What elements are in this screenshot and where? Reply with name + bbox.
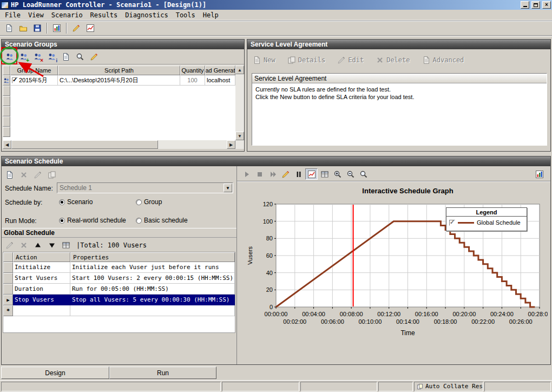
maximize-button[interactable]	[531, 1, 540, 9]
horizontal-scrollbar[interactable]: ◀ ▶	[3, 140, 235, 149]
group-row[interactable]: 2015年5月 C:\...\Desktop\2015年5月20日 100 lo…	[3, 75, 235, 86]
vusers-button[interactable]	[3, 50, 16, 63]
minimize-button[interactable]	[521, 1, 529, 9]
legend-entry[interactable]: Global Schedule	[446, 217, 527, 226]
run-mode-basic-radio[interactable]	[136, 218, 142, 224]
run-mode-realworld-option[interactable]: Real-world schedule	[59, 217, 126, 224]
row-selector[interactable]	[3, 86, 10, 96]
column-header-script-path[interactable]: Script Path	[58, 66, 180, 75]
legend-series-checkbox[interactable]	[449, 220, 455, 226]
graph-view-button[interactable]	[305, 168, 318, 180]
close-button[interactable]: ×	[542, 1, 551, 9]
scrollbar-track[interactable]	[235, 74, 244, 132]
save-scenario-button[interactable]	[30, 22, 44, 35]
zoom-reset-button[interactable]	[357, 168, 370, 180]
open-scenario-button[interactable]	[16, 22, 30, 35]
auto-collate-indicator[interactable]: Auto Collate Resu	[414, 382, 483, 391]
row-selector[interactable]	[3, 75, 10, 86]
properties-cell[interactable]: Run for 00:05:00 (HH:MM:SS)	[70, 284, 235, 295]
sla-delete-button[interactable]: Delete	[376, 56, 410, 64]
design-view-button[interactable]	[69, 22, 83, 35]
menu-help[interactable]: Help	[199, 10, 222, 20]
schedule-by-group-radio[interactable]	[136, 199, 142, 205]
schedule-by-scenario-option[interactable]: Scenario	[59, 198, 93, 206]
reset-button[interactable]	[266, 168, 279, 180]
chevron-down-icon[interactable]: ▼	[224, 184, 232, 192]
move-up-button[interactable]	[31, 239, 44, 252]
vertical-scrollbar[interactable]: ▲ ▼	[235, 66, 244, 140]
column-header-load-generators[interactable]: ad Generat	[205, 66, 235, 75]
schedule-row-initialize[interactable]: Initialize Initialize each Vuser just be…	[3, 262, 235, 273]
schedule-row-start-vusers[interactable]: Start Vusers Start 100 Vusers: 2 every 0…	[3, 273, 235, 284]
script-path-cell[interactable]: C:\...\Desktop\2015年5月20日	[58, 75, 180, 86]
tab-run[interactable]: Run	[109, 367, 216, 379]
run-mode-basic-label[interactable]: Basic schedule	[144, 217, 188, 224]
sla-edit-button[interactable]: Edit	[337, 56, 364, 64]
row-selector[interactable]	[3, 96, 10, 106]
scroll-left-button[interactable]: ◀	[3, 140, 11, 149]
schedule-row-duration[interactable]: Duration Run for 00:05:00 (HH:MM:SS)	[3, 284, 235, 295]
row-selector[interactable]	[3, 106, 10, 116]
zoom-out-button[interactable]	[344, 168, 357, 180]
menu-file[interactable]: File	[1, 10, 24, 20]
run-mode-realworld-radio[interactable]	[59, 218, 65, 224]
action-cell[interactable]: Stop Vusers	[13, 295, 70, 305]
zoom-in-button[interactable]	[331, 168, 344, 180]
vuser-details-button[interactable]: i	[45, 50, 58, 63]
delete-schedule-button[interactable]	[17, 168, 30, 181]
edit-script-button[interactable]	[87, 50, 101, 63]
new-scenario-button[interactable]	[2, 22, 16, 35]
remove-vusers-button[interactable]: ×	[31, 50, 44, 63]
menu-view[interactable]: View	[24, 10, 48, 20]
schedule-name-combobox[interactable]: Schedule 1 ▼	[57, 182, 233, 193]
action-cell[interactable]	[13, 305, 70, 316]
edit-action-button[interactable]	[3, 239, 16, 252]
graph-options-button[interactable]	[533, 168, 546, 180]
schedule-row-stop-vusers[interactable]: ▶ Stop Vusers Stop all Vusers: 5 every 0…	[3, 295, 235, 305]
menu-diagnostics[interactable]: Diagnostics	[121, 10, 172, 20]
row-selector[interactable]	[3, 262, 13, 273]
load-generator-cell[interactable]: localhost	[205, 75, 235, 86]
menu-results[interactable]: Results	[87, 10, 122, 20]
grid-view-button[interactable]	[318, 168, 331, 180]
properties-cell[interactable]: Stop all Vusers: 5 every 00:00:30 (HH:MM…	[70, 295, 235, 305]
tab-design[interactable]: Design	[1, 367, 109, 379]
pause-button[interactable]	[292, 168, 305, 180]
run-mode-basic-option[interactable]: Basic schedule	[136, 217, 188, 224]
action-cell[interactable]: Initialize	[13, 262, 70, 273]
stop-button[interactable]	[253, 168, 266, 180]
column-header-action[interactable]: Action	[13, 252, 70, 262]
vuser-status-button[interactable]	[50, 22, 63, 35]
duplicate-schedule-button[interactable]	[45, 168, 58, 181]
column-header-group-name[interactable]: Group Name	[10, 66, 58, 75]
sla-details-button[interactable]: Details	[287, 56, 326, 64]
sla-advanced-button[interactable]: Advanced	[422, 56, 464, 64]
delete-action-button[interactable]	[17, 239, 30, 252]
schedule-by-scenario-radio[interactable]	[59, 199, 65, 205]
show-grid-button[interactable]	[59, 239, 73, 252]
rename-schedule-button[interactable]	[31, 168, 44, 181]
scroll-down-button[interactable]: ▼	[235, 132, 244, 140]
edit-graph-button[interactable]	[279, 168, 292, 180]
schedule-by-group-option[interactable]: Group	[136, 198, 162, 206]
group-enabled-checkbox[interactable]	[12, 77, 18, 83]
schedule-by-scenario-label[interactable]: Scenario	[67, 198, 93, 206]
scroll-right-button[interactable]: ▶	[227, 140, 235, 149]
view-script-button[interactable]	[73, 50, 87, 63]
schedule-row-new[interactable]: *	[3, 305, 235, 316]
add-group-button[interactable]	[59, 50, 73, 63]
schedule-by-group-label[interactable]: Group	[144, 198, 162, 206]
group-name-cell[interactable]: 2015年5月	[10, 75, 58, 86]
run-mode-realworld-label[interactable]: Real-world schedule	[67, 217, 126, 224]
menu-tools[interactable]: Tools	[172, 10, 199, 20]
scrollbar-thumb[interactable]	[11, 140, 158, 149]
add-vusers-button[interactable]: +	[17, 50, 30, 63]
menu-scenario[interactable]: Scenario	[48, 10, 87, 20]
row-selector[interactable]: ▶	[3, 295, 13, 305]
column-header-quantity[interactable]: Quantity	[180, 66, 205, 75]
column-header-properties[interactable]: Properties	[70, 252, 235, 262]
scrollbar-track[interactable]	[11, 140, 227, 149]
results-view-button[interactable]	[83, 22, 97, 35]
row-selector[interactable]	[3, 116, 10, 127]
action-cell[interactable]: Duration	[13, 284, 70, 295]
